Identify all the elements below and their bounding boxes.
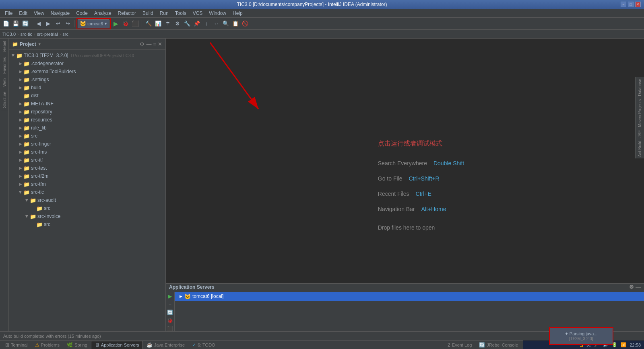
menu-item-file[interactable]: File bbox=[2, 10, 16, 17]
tools8-button[interactable]: 🚫 bbox=[241, 19, 250, 28]
tree-item[interactable]: ▶ 📁 .settings bbox=[9, 76, 165, 84]
tab-event-log[interactable]: 2 Event Log bbox=[444, 341, 475, 349]
as-stop-icon[interactable]: ⬛ bbox=[167, 326, 173, 331]
favorites-tab[interactable]: Favorites bbox=[1, 55, 8, 76]
save-button[interactable]: 💾 bbox=[11, 19, 20, 28]
as-add-icon[interactable]: + bbox=[169, 302, 171, 307]
database-panel-tab[interactable]: Database bbox=[637, 77, 643, 98]
tree-src-audit[interactable]: ▶ 📁 src-audit bbox=[9, 196, 165, 204]
menu-item-run[interactable]: Run bbox=[157, 10, 172, 17]
tools2-button[interactable]: 🔧 bbox=[183, 19, 192, 28]
as-refresh-icon[interactable]: 🔄 bbox=[167, 310, 173, 315]
tree-item[interactable]: ▶ 📁 src-fms bbox=[9, 148, 165, 156]
jsf-panel-tab[interactable]: JSF bbox=[637, 129, 643, 139]
status-bar: Auto build completed with errors (15 min… bbox=[0, 331, 644, 340]
menu-item-refactor[interactable]: Refactor bbox=[115, 10, 139, 17]
tab-terminal[interactable]: ⊞ Terminal bbox=[2, 341, 31, 349]
menu-item-navigate[interactable]: Navigate bbox=[47, 10, 73, 17]
run-button[interactable]: ▶ bbox=[111, 19, 120, 28]
menu-item-help[interactable]: Help bbox=[229, 10, 246, 17]
structure-tab[interactable]: Structure bbox=[1, 89, 8, 111]
as-hide-icon[interactable]: — bbox=[636, 284, 641, 290]
nav-src[interactable]: src bbox=[62, 32, 68, 37]
menu-item-view[interactable]: View bbox=[31, 10, 47, 17]
irebel-tab[interactable]: iRebel bbox=[1, 39, 8, 55]
server-item-tomcat[interactable]: ▶ 🐱 tomcat6 [local] bbox=[175, 292, 644, 301]
forward-button[interactable]: ▶ bbox=[44, 19, 53, 28]
menu-item-vcs[interactable]: VCS bbox=[190, 10, 206, 17]
tree-root[interactable]: ▶ 📁 TIC3.0 [TF2M_3.2.0] D:\documents\IDE… bbox=[9, 51, 165, 60]
tree-item[interactable]: ▶ 📁 .externalToolBuilders bbox=[9, 68, 165, 76]
undo-button[interactable]: ↩ bbox=[54, 19, 62, 28]
maximize-button[interactable]: □ bbox=[628, 2, 634, 7]
panel-settings2-icon[interactable]: ≡ bbox=[153, 41, 156, 47]
project-panel-title: 📁 Project ▼ bbox=[12, 41, 41, 47]
menu-item-code[interactable]: Code bbox=[73, 10, 91, 17]
tree-item[interactable]: ▶ 📁 src-test bbox=[9, 164, 165, 172]
tree-item[interactable]: ▶ 📁 resources bbox=[9, 116, 165, 124]
menu-item-window[interactable]: Window bbox=[206, 10, 229, 17]
tree-item[interactable]: ▶ 📁 rule_lib bbox=[9, 124, 165, 132]
tree-item[interactable]: ▶ 📁 src-tfm bbox=[9, 180, 165, 188]
tools3-button[interactable]: 📌 bbox=[192, 19, 201, 28]
tree-item[interactable]: ▶ 📁 build bbox=[9, 84, 165, 92]
sync-button[interactable]: 🔄 bbox=[21, 19, 30, 28]
nav-src-tic[interactable]: src-tic bbox=[21, 32, 32, 37]
profile-button[interactable]: 📊 bbox=[154, 19, 163, 28]
minimize-button[interactable]: − bbox=[621, 2, 626, 7]
tree-src-tic[interactable]: ▶ 📁 src-tic bbox=[9, 188, 165, 196]
debug-button[interactable]: 🐞 bbox=[121, 19, 130, 28]
back-button[interactable]: ◀ bbox=[34, 19, 43, 28]
tab-problems[interactable]: ⚠ Problems bbox=[31, 341, 63, 349]
tab-java-enterprise[interactable]: ☕ Java Enterprise bbox=[143, 341, 188, 349]
tree-item[interactable]: ▶ 📁 META-INF bbox=[9, 100, 165, 108]
as-settings-icon[interactable]: ⚙ bbox=[629, 284, 634, 290]
tree-view[interactable]: ▶ 📁 TIC3.0 [TF2M_3.2.0] D:\documents\IDE… bbox=[9, 50, 165, 331]
tree-item[interactable]: 📁 dist bbox=[9, 92, 165, 100]
tree-src-audit-src[interactable]: 📁 src bbox=[9, 204, 165, 212]
tools6-button[interactable]: 🔍 bbox=[221, 19, 230, 28]
tree-item[interactable]: ▶ 📁 .codegenerator bbox=[9, 60, 165, 68]
close-button[interactable]: ✕ bbox=[635, 2, 641, 7]
tree-src-invoice[interactable]: ▶ 📁 src-invoice bbox=[9, 212, 165, 220]
web-tab[interactable]: Web bbox=[1, 76, 8, 89]
menu-item-tools[interactable]: Tools bbox=[172, 10, 190, 17]
tools5-button[interactable]: ↔ bbox=[212, 19, 221, 28]
ant-panel-tab[interactable]: Ant Build bbox=[637, 139, 643, 158]
tree-item[interactable]: ▶ 📁 src-itf bbox=[9, 156, 165, 164]
new-file-button[interactable]: 📄 bbox=[2, 19, 10, 28]
tools4-button[interactable]: ↕ bbox=[202, 19, 211, 28]
tab-app-servers[interactable]: 🖥 Application Servers bbox=[91, 341, 143, 349]
tree-src-invoice-src[interactable]: 📁 src bbox=[9, 220, 165, 228]
shortcut-row-goto: Go to File Ctrl+Shift+R bbox=[378, 175, 440, 182]
tools7-button[interactable]: 📋 bbox=[231, 19, 240, 28]
folder-icon: 📁 bbox=[23, 92, 30, 99]
menu-bar: FileEditViewNavigateCodeAnalyzeRefactorB… bbox=[0, 9, 644, 18]
panel-hide-icon[interactable]: ✕ bbox=[158, 41, 162, 47]
tree-item[interactable]: ▶ 📁 repository bbox=[9, 108, 165, 116]
menu-item-edit[interactable]: Edit bbox=[16, 10, 31, 17]
run-config-selector[interactable]: 🐱 tomcat6 ▼ bbox=[78, 19, 109, 28]
tab-jrebel-console[interactable]: 🔄 JRebel Console bbox=[475, 341, 522, 349]
folder-icon: 📁 bbox=[23, 84, 30, 91]
as-debug-icon[interactable]: 🐞 bbox=[167, 318, 173, 323]
maven-panel-tab[interactable]: Maven Projects bbox=[637, 98, 643, 129]
tree-item[interactable]: ▶ 📁 src-tf2m bbox=[9, 172, 165, 180]
tab-spring[interactable]: 🌿 Spring bbox=[63, 341, 91, 349]
tree-item[interactable]: ▶ 📁 src bbox=[9, 132, 165, 140]
coverage-button[interactable]: ☂ bbox=[163, 19, 172, 28]
as-run-icon[interactable]: ▶ bbox=[168, 294, 172, 299]
nav-tic30[interactable]: TIC3.0 bbox=[2, 32, 16, 37]
nav-src-pretrial[interactable]: src-pretrial bbox=[37, 32, 58, 37]
tools1-button[interactable]: ⚙ bbox=[173, 19, 182, 28]
wifi-icon[interactable]: 📶 bbox=[621, 342, 626, 347]
menu-item-build[interactable]: Build bbox=[139, 10, 157, 17]
stop-button[interactable]: ⬛ bbox=[131, 19, 140, 28]
panel-settings-icon[interactable]: ⚙ bbox=[140, 41, 144, 47]
panel-collapse-icon[interactable]: — bbox=[146, 41, 151, 47]
tree-item[interactable]: ▶ 📁 src-finger bbox=[9, 140, 165, 148]
tab-todo[interactable]: ✓ 6: TODO bbox=[188, 341, 219, 349]
redo-button[interactable]: ↪ bbox=[63, 19, 72, 28]
menu-item-analyze[interactable]: Analyze bbox=[91, 10, 115, 17]
build-button[interactable]: 🔨 bbox=[144, 19, 153, 28]
